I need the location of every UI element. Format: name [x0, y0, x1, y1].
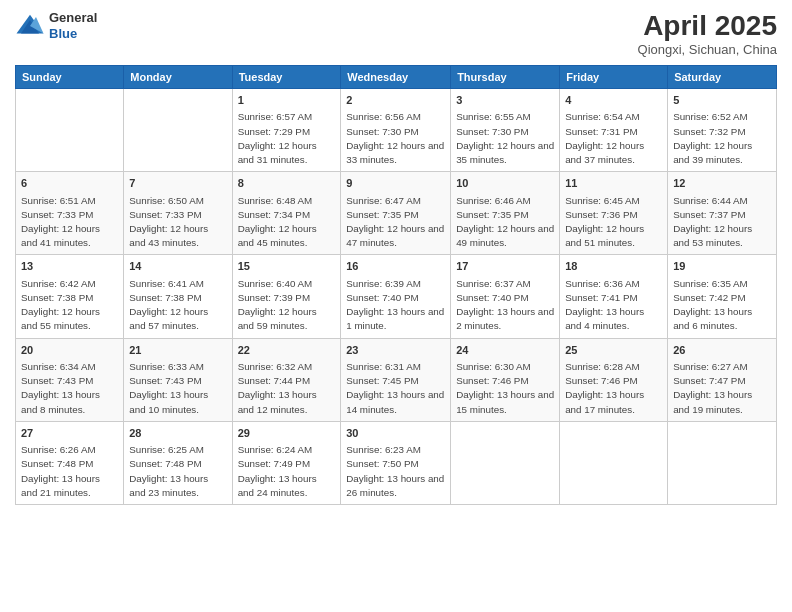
page: General Blue April 2025 Qiongxi, Sichuan…: [0, 0, 792, 612]
calendar-day-cell: 11Sunrise: 6:45 AMSunset: 7:36 PMDayligh…: [560, 172, 668, 255]
day-info: Sunrise: 6:41 AMSunset: 7:38 PMDaylight:…: [129, 277, 226, 334]
calendar-week-row: 13Sunrise: 6:42 AMSunset: 7:38 PMDayligh…: [16, 255, 777, 338]
day-info: Sunrise: 6:23 AMSunset: 7:50 PMDaylight:…: [346, 443, 445, 500]
day-number: 6: [21, 176, 118, 191]
day-number: 20: [21, 343, 118, 358]
day-number: 16: [346, 259, 445, 274]
calendar-day-cell: 18Sunrise: 6:36 AMSunset: 7:41 PMDayligh…: [560, 255, 668, 338]
day-number: 9: [346, 176, 445, 191]
day-info: Sunrise: 6:47 AMSunset: 7:35 PMDaylight:…: [346, 194, 445, 251]
day-number: 8: [238, 176, 336, 191]
day-info: Sunrise: 6:48 AMSunset: 7:34 PMDaylight:…: [238, 194, 336, 251]
calendar-day-cell: [124, 89, 232, 172]
calendar-day-cell: 28Sunrise: 6:25 AMSunset: 7:48 PMDayligh…: [124, 421, 232, 504]
calendar-day-cell: 26Sunrise: 6:27 AMSunset: 7:47 PMDayligh…: [668, 338, 777, 421]
calendar-day-cell: [560, 421, 668, 504]
day-info: Sunrise: 6:36 AMSunset: 7:41 PMDaylight:…: [565, 277, 662, 334]
day-info: Sunrise: 6:25 AMSunset: 7:48 PMDaylight:…: [129, 443, 226, 500]
day-info: Sunrise: 6:56 AMSunset: 7:30 PMDaylight:…: [346, 110, 445, 167]
day-number: 15: [238, 259, 336, 274]
calendar-day-cell: [451, 421, 560, 504]
col-sunday: Sunday: [16, 66, 124, 89]
day-info: Sunrise: 6:39 AMSunset: 7:40 PMDaylight:…: [346, 277, 445, 334]
day-number: 23: [346, 343, 445, 358]
day-number: 14: [129, 259, 226, 274]
day-number: 10: [456, 176, 554, 191]
day-info: Sunrise: 6:50 AMSunset: 7:33 PMDaylight:…: [129, 194, 226, 251]
day-number: 18: [565, 259, 662, 274]
col-friday: Friday: [560, 66, 668, 89]
logo-blue: Blue: [49, 26, 97, 42]
day-info: Sunrise: 6:45 AMSunset: 7:36 PMDaylight:…: [565, 194, 662, 251]
calendar-day-cell: 7Sunrise: 6:50 AMSunset: 7:33 PMDaylight…: [124, 172, 232, 255]
calendar-day-cell: [16, 89, 124, 172]
calendar-day-cell: 9Sunrise: 6:47 AMSunset: 7:35 PMDaylight…: [341, 172, 451, 255]
calendar-day-cell: 2Sunrise: 6:56 AMSunset: 7:30 PMDaylight…: [341, 89, 451, 172]
day-number: 17: [456, 259, 554, 274]
calendar-day-cell: 5Sunrise: 6:52 AMSunset: 7:32 PMDaylight…: [668, 89, 777, 172]
day-info: Sunrise: 6:51 AMSunset: 7:33 PMDaylight:…: [21, 194, 118, 251]
day-number: 22: [238, 343, 336, 358]
day-info: Sunrise: 6:42 AMSunset: 7:38 PMDaylight:…: [21, 277, 118, 334]
day-info: Sunrise: 6:24 AMSunset: 7:49 PMDaylight:…: [238, 443, 336, 500]
calendar-week-row: 27Sunrise: 6:26 AMSunset: 7:48 PMDayligh…: [16, 421, 777, 504]
calendar-day-cell: 3Sunrise: 6:55 AMSunset: 7:30 PMDaylight…: [451, 89, 560, 172]
col-wednesday: Wednesday: [341, 66, 451, 89]
calendar-day-cell: 8Sunrise: 6:48 AMSunset: 7:34 PMDaylight…: [232, 172, 341, 255]
calendar-day-cell: 6Sunrise: 6:51 AMSunset: 7:33 PMDaylight…: [16, 172, 124, 255]
logo-general: General: [49, 10, 97, 26]
calendar-day-cell: 10Sunrise: 6:46 AMSunset: 7:35 PMDayligh…: [451, 172, 560, 255]
day-info: Sunrise: 6:33 AMSunset: 7:43 PMDaylight:…: [129, 360, 226, 417]
logo: General Blue: [15, 10, 97, 41]
day-number: 19: [673, 259, 771, 274]
day-number: 1: [238, 93, 336, 108]
day-number: 3: [456, 93, 554, 108]
day-number: 27: [21, 426, 118, 441]
day-info: Sunrise: 6:55 AMSunset: 7:30 PMDaylight:…: [456, 110, 554, 167]
day-info: Sunrise: 6:52 AMSunset: 7:32 PMDaylight:…: [673, 110, 771, 167]
calendar-day-cell: 25Sunrise: 6:28 AMSunset: 7:46 PMDayligh…: [560, 338, 668, 421]
calendar-day-cell: 19Sunrise: 6:35 AMSunset: 7:42 PMDayligh…: [668, 255, 777, 338]
calendar-header-row: Sunday Monday Tuesday Wednesday Thursday…: [16, 66, 777, 89]
day-info: Sunrise: 6:57 AMSunset: 7:29 PMDaylight:…: [238, 110, 336, 167]
day-info: Sunrise: 6:44 AMSunset: 7:37 PMDaylight:…: [673, 194, 771, 251]
day-number: 26: [673, 343, 771, 358]
calendar-day-cell: 21Sunrise: 6:33 AMSunset: 7:43 PMDayligh…: [124, 338, 232, 421]
calendar-week-row: 6Sunrise: 6:51 AMSunset: 7:33 PMDaylight…: [16, 172, 777, 255]
calendar-day-cell: 30Sunrise: 6:23 AMSunset: 7:50 PMDayligh…: [341, 421, 451, 504]
day-number: 30: [346, 426, 445, 441]
calendar-day-cell: 15Sunrise: 6:40 AMSunset: 7:39 PMDayligh…: [232, 255, 341, 338]
day-number: 5: [673, 93, 771, 108]
header: General Blue April 2025 Qiongxi, Sichuan…: [15, 10, 777, 57]
calendar-day-cell: [668, 421, 777, 504]
day-info: Sunrise: 6:34 AMSunset: 7:43 PMDaylight:…: [21, 360, 118, 417]
calendar-day-cell: 22Sunrise: 6:32 AMSunset: 7:44 PMDayligh…: [232, 338, 341, 421]
col-monday: Monday: [124, 66, 232, 89]
calendar-title: April 2025: [638, 10, 777, 42]
col-tuesday: Tuesday: [232, 66, 341, 89]
day-info: Sunrise: 6:40 AMSunset: 7:39 PMDaylight:…: [238, 277, 336, 334]
calendar-day-cell: 24Sunrise: 6:30 AMSunset: 7:46 PMDayligh…: [451, 338, 560, 421]
day-number: 29: [238, 426, 336, 441]
day-number: 4: [565, 93, 662, 108]
day-info: Sunrise: 6:32 AMSunset: 7:44 PMDaylight:…: [238, 360, 336, 417]
calendar-day-cell: 23Sunrise: 6:31 AMSunset: 7:45 PMDayligh…: [341, 338, 451, 421]
calendar-day-cell: 20Sunrise: 6:34 AMSunset: 7:43 PMDayligh…: [16, 338, 124, 421]
day-info: Sunrise: 6:46 AMSunset: 7:35 PMDaylight:…: [456, 194, 554, 251]
calendar-subtitle: Qiongxi, Sichuan, China: [638, 42, 777, 57]
day-info: Sunrise: 6:31 AMSunset: 7:45 PMDaylight:…: [346, 360, 445, 417]
calendar-table: Sunday Monday Tuesday Wednesday Thursday…: [15, 65, 777, 505]
col-saturday: Saturday: [668, 66, 777, 89]
day-number: 11: [565, 176, 662, 191]
day-info: Sunrise: 6:30 AMSunset: 7:46 PMDaylight:…: [456, 360, 554, 417]
logo-icon: [15, 11, 45, 41]
day-number: 28: [129, 426, 226, 441]
calendar-day-cell: 27Sunrise: 6:26 AMSunset: 7:48 PMDayligh…: [16, 421, 124, 504]
day-number: 2: [346, 93, 445, 108]
logo-text: General Blue: [49, 10, 97, 41]
calendar-day-cell: 1Sunrise: 6:57 AMSunset: 7:29 PMDaylight…: [232, 89, 341, 172]
day-info: Sunrise: 6:37 AMSunset: 7:40 PMDaylight:…: [456, 277, 554, 334]
calendar-day-cell: 4Sunrise: 6:54 AMSunset: 7:31 PMDaylight…: [560, 89, 668, 172]
day-info: Sunrise: 6:26 AMSunset: 7:48 PMDaylight:…: [21, 443, 118, 500]
day-number: 13: [21, 259, 118, 274]
